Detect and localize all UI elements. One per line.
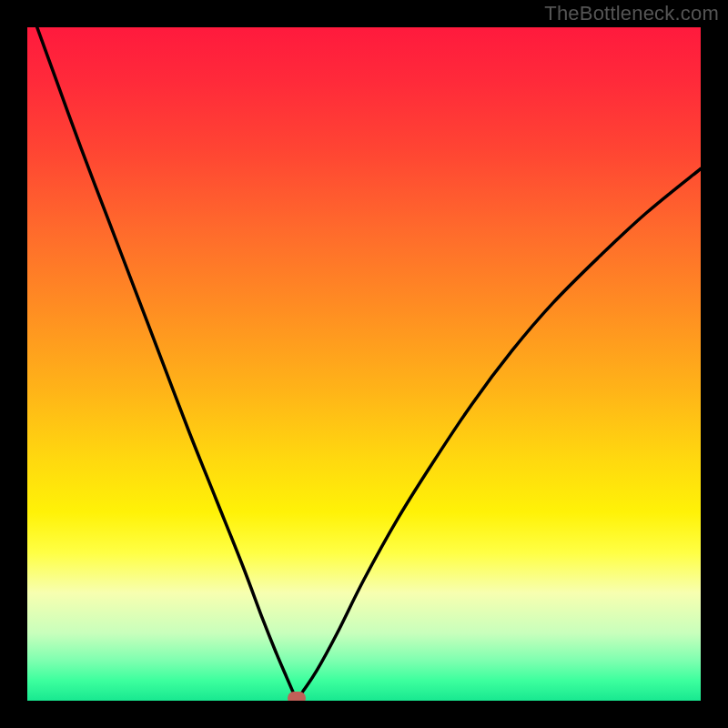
chart-frame: TheBottleneck.com (0, 0, 728, 728)
watermark-text: TheBottleneck.com (544, 2, 719, 25)
plot-area (27, 27, 701, 701)
bottleneck-curve (27, 27, 701, 701)
optimal-marker (288, 692, 306, 701)
